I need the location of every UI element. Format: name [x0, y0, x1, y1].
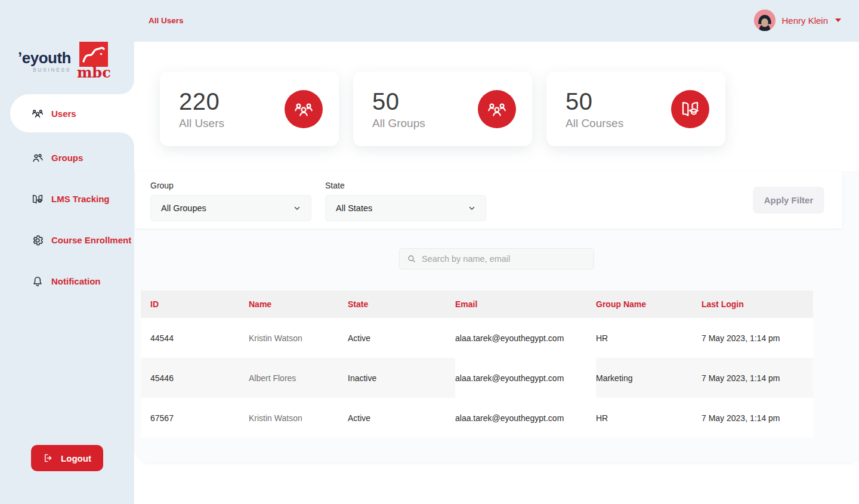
table-row: 44544 Kristin Watson Active alaa.tarek@e…	[141, 318, 813, 358]
table-row: 67567 Kristin Watson Active alaa.tarek@e…	[141, 398, 813, 438]
sidebar-item-label: Notification	[51, 276, 101, 286]
cell-id: 67567	[150, 413, 249, 423]
stat-value: 220	[179, 88, 224, 115]
column-header-email: Email	[455, 299, 596, 309]
users-group-icon	[31, 107, 44, 120]
stat-label: All Courses	[566, 117, 623, 130]
search-bar[interactable]	[399, 248, 594, 270]
stats-cards: 220 All Users 50 Al	[134, 42, 859, 171]
group-filter-label: Group	[150, 181, 311, 190]
mbc-calligraphy-icon	[79, 42, 108, 67]
cell-name: Kristin Watson	[249, 413, 348, 423]
brand-name: eyouth	[22, 49, 71, 67]
chevron-down-icon	[468, 204, 476, 212]
state-select-value: All States	[336, 203, 372, 213]
logo-mark: ʼ	[18, 49, 22, 67]
users-group-icon	[478, 90, 516, 128]
book-graduation-icon	[671, 90, 709, 128]
sidebar-item-label: LMS Tracking	[51, 194, 110, 204]
state-filter-label: State	[325, 181, 486, 190]
cell-state: Inactive	[348, 373, 455, 383]
sidebar-item-notification[interactable]: Notification	[0, 261, 134, 302]
cell-email: alaa.tarek@eyouthegypt.com	[455, 318, 596, 358]
page: All Users Henry Klein ʼeyouth BUSINESS	[0, 0, 859, 504]
state-filter: State All States	[325, 181, 486, 228]
chevron-down-icon	[293, 204, 301, 212]
column-header-name: Name	[249, 299, 348, 309]
filter-panel: Group All Groupes State All States Apply…	[135, 171, 842, 228]
eyouth-logo: ʼeyouth BUSINESS	[18, 42, 71, 73]
search-icon	[407, 254, 416, 264]
sidebar-item-label: Course Enrollment	[51, 235, 131, 245]
sidebar-item-lms-tracking[interactable]: LMS Tracking	[0, 178, 134, 219]
cell-group: HR	[596, 333, 702, 343]
bell-icon	[31, 275, 44, 288]
gear-icon	[31, 234, 44, 247]
cell-name: Kristin Watson	[249, 333, 348, 343]
user-name: Henry Klein	[781, 16, 828, 26]
cell-email: alaa.tarek@eyouthegypt.com	[455, 358, 596, 398]
logout-label: Logout	[61, 453, 91, 463]
book-graduation-icon	[31, 193, 44, 206]
stat-card-all-users: 220 All Users	[160, 72, 339, 146]
cell-name: Albert Flores	[249, 373, 348, 383]
cell-email: alaa.tarek@eyouthegypt.com	[455, 398, 596, 438]
sidebar-item-label: Groups	[51, 153, 83, 163]
sidebar-nav: Users Groups	[0, 94, 134, 302]
search-area	[134, 228, 859, 270]
main-content: 220 All Users 50 Al	[134, 42, 859, 504]
mbc-wordmark: mbc	[77, 66, 111, 80]
group-filter: Group All Groupes	[150, 181, 311, 228]
lower-section: Group All Groupes State All States Apply…	[134, 171, 859, 462]
sidebar: ʼeyouth BUSINESS mbc	[0, 0, 134, 504]
groups-icon	[31, 151, 44, 165]
cell-last-login: 7 May 2023, 1:14 pm	[702, 333, 813, 343]
cell-last-login: 7 May 2023, 1:14 pm	[702, 413, 813, 423]
sidebar-item-users[interactable]: Users	[10, 94, 134, 132]
table-header-row: ID Name State Email Group Name Last Logi…	[141, 290, 813, 318]
cell-state: Active	[348, 413, 455, 423]
app-logo: ʼeyouth BUSINESS mbc	[18, 42, 111, 80]
column-header-id: ID	[150, 299, 249, 309]
column-header-group: Group Name	[596, 299, 702, 309]
cell-state: Active	[348, 333, 455, 343]
brand-subtitle: BUSINESS	[18, 67, 71, 73]
logout-button[interactable]: Logout	[31, 445, 103, 471]
sidebar-item-groups[interactable]: Groups	[0, 137, 134, 178]
cell-last-login: 7 May 2023, 1:14 pm	[702, 373, 813, 383]
logout-icon	[43, 453, 54, 463]
sidebar-item-course-enrollment[interactable]: Course Enrollment	[0, 219, 134, 261]
stat-card-all-groups: 50 All Groups	[353, 72, 532, 146]
stat-label: All Users	[179, 117, 224, 130]
stat-label: All Groups	[372, 117, 425, 130]
cell-group: HR	[596, 413, 702, 423]
group-select[interactable]: All Groupes	[150, 195, 311, 221]
avatar[interactable]	[754, 10, 775, 31]
state-select[interactable]: All States	[325, 195, 486, 221]
cell-id: 45446	[150, 373, 249, 383]
users-group-icon	[285, 90, 323, 128]
table-row: 45446 Albert Flores Inactive alaa.tarek@…	[141, 358, 813, 398]
stat-card-all-courses: 50 All Courses	[546, 72, 725, 146]
chevron-down-icon	[835, 18, 841, 22]
search-input[interactable]	[422, 254, 586, 264]
notch-top	[120, 80, 134, 94]
group-select-value: All Groupes	[161, 203, 206, 213]
avatar-illustration	[754, 10, 775, 31]
sidebar-item-label: Users	[51, 109, 76, 119]
breadcrumb: All Users	[149, 16, 184, 25]
mbc-logo: mbc	[77, 42, 111, 80]
cell-id: 44544	[150, 333, 249, 343]
users-table: ID Name State Email Group Name Last Logi…	[141, 290, 813, 438]
column-header-state: State	[348, 299, 455, 309]
cell-group: Marketing	[596, 373, 702, 383]
stat-value: 50	[372, 88, 425, 115]
apply-filter-button[interactable]: Apply Filter	[753, 187, 824, 214]
column-header-last-login: Last Login	[702, 299, 813, 309]
stat-value: 50	[566, 88, 623, 115]
user-menu[interactable]: Henry Klein	[754, 10, 841, 31]
